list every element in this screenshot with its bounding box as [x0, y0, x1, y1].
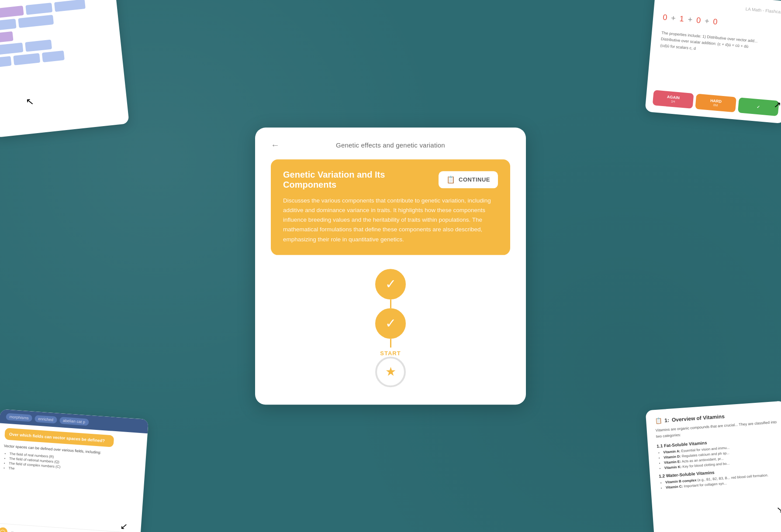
content-block: Genetic Variation and Its Components 📋 C…	[271, 159, 510, 255]
card-header: ← Genetic effects and genetic variation	[271, 141, 510, 149]
content-heading: Genetic Variation and Its Components	[283, 170, 432, 190]
connector-2	[390, 339, 391, 347]
flow-box	[0, 56, 12, 67]
content-block-header: Genetic Variation and Its Components 📋 C…	[283, 170, 498, 190]
math-plus: +	[688, 15, 697, 24]
start-label: START	[380, 350, 401, 357]
cursor-icon: ↘	[776, 504, 781, 515]
math-plus: +	[670, 14, 680, 23]
continue-icon: 📋	[446, 175, 456, 184]
br-vitamins-card: 📋 1: Overview of Vitamins Vitamins are o…	[646, 401, 781, 532]
flow-box	[0, 42, 23, 55]
cursor-icon: ↙	[120, 521, 128, 532]
flow-box	[0, 19, 17, 31]
cursor-icon: ↗	[774, 99, 781, 110]
flow-box	[13, 53, 40, 65]
back-button[interactable]: ←	[271, 140, 280, 150]
tr-flashcard: LA Math - Flashca... 0 + 1 + 0 + 0 The p…	[645, 0, 781, 124]
check-circle-2: ✓	[375, 308, 406, 339]
math-one: 1	[679, 14, 685, 24]
flow-box	[42, 51, 65, 62]
br-section-heading: Overview of Vitamins	[671, 413, 725, 422]
connector-1	[390, 299, 391, 308]
cursor-icon: ↖	[25, 96, 35, 108]
again-button[interactable]: AGAIN 1H	[653, 90, 694, 109]
flow-box	[0, 6, 24, 19]
bl-tag-2: enriched	[35, 415, 57, 423]
flowchart	[0, 0, 116, 79]
continue-button[interactable]: 📋 CONTINUE	[439, 171, 498, 188]
flow-box	[0, 31, 14, 43]
bl-tag-3: abelian cat p	[59, 417, 89, 426]
br-section-number: 1:	[664, 417, 670, 423]
progress-track: ✓ ✓ START ★	[271, 269, 510, 387]
content-body: Discusses the various components that co…	[283, 196, 498, 244]
flow-box	[25, 40, 52, 52]
tr-math-display: 0 + 1 + 0 + 0	[662, 13, 781, 32]
bl-tag-1: morphisms	[6, 413, 32, 422]
flow-box	[18, 15, 54, 28]
tr-body-text: The properties include: 1) Distributive …	[660, 30, 781, 59]
bl-avatar: ◯	[0, 527, 8, 532]
star-circle[interactable]: ★	[375, 357, 406, 387]
math-zero: 0	[713, 17, 719, 26]
tl-flowchart-card: ↖	[0, 0, 129, 137]
bl-chat-card: morphisms enriched abelian cat p Over wh…	[0, 409, 149, 532]
tr-title: LA Math - Flashca...	[664, 0, 781, 14]
good-button[interactable]: ✓	[738, 97, 779, 116]
math-zero: 0	[663, 13, 669, 22]
progress-node-1: ✓	[375, 269, 406, 299]
flow-box	[25, 3, 52, 15]
br-section-icon: 📋	[655, 417, 662, 424]
progress-node-start: START ★	[375, 347, 406, 387]
continue-label: CONTINUE	[459, 176, 490, 183]
card-title: Genetic effects and genetic variation	[336, 141, 445, 149]
flow-box	[54, 0, 86, 12]
hard-button[interactable]: HARD 8M	[695, 94, 736, 113]
math-plus: +	[704, 17, 713, 26]
tr-buttons: AGAIN 1H HARD 8M ✓	[653, 90, 779, 116]
bl-body: Over which fields can vector spaces be d…	[0, 423, 148, 532]
main-card: ← Genetic effects and genetic variation …	[255, 127, 526, 405]
good-label: ✓	[757, 104, 760, 109]
progress-node-2: ✓	[375, 308, 406, 339]
check-circle-1: ✓	[375, 269, 406, 299]
math-zero: 0	[696, 16, 702, 25]
